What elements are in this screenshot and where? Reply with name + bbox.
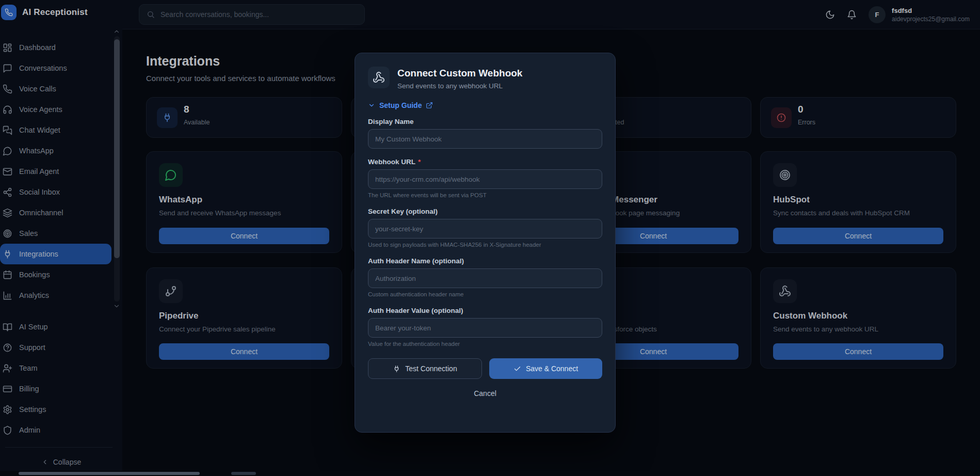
modal-fields: Display NameWebhook URL*The URL where ev…	[368, 118, 602, 347]
test-connection-button[interactable]: Test Connection	[368, 358, 482, 379]
modal-subtitle: Send events to any webhook URL	[397, 82, 522, 90]
connect-webhook-modal: Connect Custom Webhook Send events to an…	[355, 53, 616, 433]
horizontal-scrollbar[interactable]	[0, 471, 980, 476]
field-input[interactable]	[368, 169, 602, 189]
field-label: Secret Key (optional)	[368, 208, 602, 215]
field-input[interactable]	[368, 219, 602, 239]
field-helper-text: Value for the authentication header	[368, 341, 602, 347]
cancel-button[interactable]: Cancel	[368, 389, 602, 398]
check-icon	[513, 365, 521, 373]
field-helper-text: Custom authentication header name	[368, 291, 602, 297]
webhook-icon	[373, 71, 385, 84]
test-connection-label: Test Connection	[405, 364, 457, 373]
save-connect-label: Save & Connect	[526, 364, 578, 373]
required-asterisk: *	[418, 158, 421, 166]
save-connect-button[interactable]: Save & Connect	[489, 358, 602, 379]
plug-icon	[393, 365, 400, 373]
field-group-display-name: Display Name	[368, 118, 602, 149]
field-group-auth-header-name-optional-: Auth Header Name (optional)Custom authen…	[368, 257, 602, 297]
field-helper-text: The URL where events will be sent via PO…	[368, 192, 602, 198]
horizontal-scrollbar-thumb[interactable]	[19, 472, 200, 475]
field-group-auth-header-value-optional-: Auth Header Value (optional)Value for th…	[368, 307, 602, 347]
field-label: Auth Header Name (optional)	[368, 257, 602, 265]
setup-guide-label: Setup Guide	[379, 101, 422, 109]
field-group-webhook-url: Webhook URL*The URL where events will be…	[368, 158, 602, 198]
external-link-icon	[426, 102, 433, 109]
field-input[interactable]	[368, 129, 602, 149]
field-helper-text: Used to sign payloads with HMAC-SHA256 i…	[368, 242, 602, 248]
chevron-down-icon	[368, 102, 375, 109]
field-input[interactable]	[368, 318, 602, 338]
webhook-icon-tile	[368, 67, 390, 88]
field-label: Webhook URL*	[368, 158, 602, 166]
field-label: Display Name	[368, 118, 602, 125]
field-input[interactable]	[368, 268, 602, 288]
field-label: Auth Header Value (optional)	[368, 307, 602, 314]
modal-title: Connect Custom Webhook	[397, 67, 522, 79]
modal-header: Connect Custom Webhook Send events to an…	[368, 67, 602, 90]
modal-buttons: Test Connection Save & Connect	[368, 358, 602, 379]
field-group-secret-key-optional-: Secret Key (optional)Used to sign payloa…	[368, 208, 602, 248]
horizontal-scrollbar-thumb-secondary[interactable]	[231, 472, 256, 475]
setup-guide-link[interactable]: Setup Guide	[368, 101, 433, 109]
